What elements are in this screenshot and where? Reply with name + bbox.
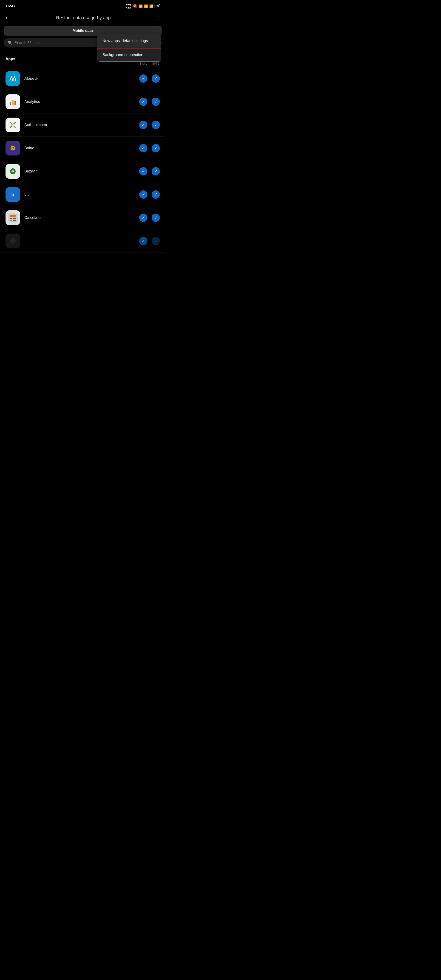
svg-rect-0 bbox=[8, 74, 18, 83]
svg-point-28 bbox=[10, 238, 16, 244]
app-icon-authenticator bbox=[5, 118, 20, 132]
balad-sim2-check[interactable]: ✓ bbox=[151, 144, 160, 152]
calculator-sim2-check[interactable]: ✓ bbox=[151, 213, 160, 222]
blu-sim2-check[interactable]: ✓ bbox=[151, 190, 160, 199]
app-icon-bazaar bbox=[5, 164, 20, 179]
dropdown-item-default-settings[interactable]: New apps' default settings bbox=[97, 34, 161, 48]
dropdown-item-background-connection[interactable]: Background connection bbox=[97, 48, 161, 62]
app-name-balad: Balad bbox=[24, 146, 135, 150]
sim1-label: SIM 1 bbox=[140, 62, 147, 65]
app-row-unknown[interactable]: ✓ ✓ bbox=[0, 229, 166, 253]
balad-sim1-check[interactable]: ✓ bbox=[139, 144, 148, 152]
bazaar-sim2-check[interactable]: ✓ bbox=[151, 167, 160, 175]
sim-checks-blu: ✓ ✓ bbox=[139, 190, 160, 199]
app-row-alopeyk[interactable]: Alopeyk ✓ ✓ bbox=[0, 67, 166, 90]
app-icon-balad bbox=[5, 141, 20, 156]
app-name-calculator: Calculator bbox=[24, 215, 135, 220]
app-icon-alopeyk bbox=[5, 71, 20, 86]
sim-checks-authenticator: ✓ ✓ bbox=[139, 121, 160, 129]
svg-point-1 bbox=[12, 80, 14, 81]
status-bar: 16:47 0.05KB/s 🔕 📶 📶 📶 83 bbox=[0, 0, 166, 11]
svg-text:b: b bbox=[11, 192, 14, 197]
svg-rect-5 bbox=[14, 101, 16, 105]
bazaar-sim1-check[interactable]: ✓ bbox=[139, 167, 148, 175]
sim2-label: SIM 2 bbox=[152, 62, 159, 65]
app-icon-analytics bbox=[5, 94, 20, 109]
app-row-authenticator[interactable]: Authenticator ✓ ✓ bbox=[0, 113, 166, 137]
signal-icon-2: 📶 bbox=[144, 4, 148, 8]
status-time: 16:47 bbox=[5, 4, 15, 8]
app-row-bazaar[interactable]: Bazaar ✓ ✓ bbox=[0, 160, 166, 183]
app-icon-unknown bbox=[5, 234, 20, 248]
top-bar: ← Restrict data usage by app ⋮ bbox=[0, 11, 166, 26]
apps-label: Apps bbox=[5, 57, 15, 61]
sim-checks-bazaar: ✓ ✓ bbox=[139, 167, 160, 175]
svg-rect-19 bbox=[8, 213, 18, 223]
sim-checks-balad: ✓ ✓ bbox=[139, 144, 160, 152]
alopeyk-sim2-check[interactable]: ✓ bbox=[151, 75, 160, 83]
speed-indicator: 0.05KB/s bbox=[126, 3, 132, 9]
app-row-analytics[interactable]: Analytics ✓ ✓ bbox=[0, 90, 166, 113]
sim-checks-alopeyk: ✓ ✓ bbox=[139, 75, 160, 83]
app-name-analytics: Analytics bbox=[24, 99, 135, 104]
alopeyk-sim1-check[interactable]: ✓ bbox=[139, 75, 148, 83]
svg-text:×: × bbox=[10, 218, 11, 220]
blu-sim1-check[interactable]: ✓ bbox=[139, 190, 148, 199]
more-button[interactable]: ⋮ bbox=[155, 15, 161, 21]
back-button[interactable]: ← bbox=[4, 13, 11, 22]
svg-rect-25 bbox=[10, 220, 13, 221]
app-name-blu: blu bbox=[24, 192, 135, 197]
authenticator-sim2-check[interactable]: ✓ bbox=[151, 121, 160, 129]
sim-checks-unknown: ✓ ✓ bbox=[139, 237, 160, 245]
dropdown-menu: New apps' default settings Background co… bbox=[97, 34, 161, 62]
svg-rect-4 bbox=[12, 100, 14, 105]
svg-rect-26 bbox=[13, 220, 16, 221]
status-icons: 0.05KB/s 🔕 📶 📶 📶 83 bbox=[126, 3, 160, 9]
unknown-sim2-check[interactable]: ✓ bbox=[151, 237, 160, 245]
app-name-bazaar: Bazaar bbox=[24, 169, 135, 173]
sim-checks-calculator: ✓ ✓ bbox=[139, 213, 160, 222]
app-icon-blu: b bbox=[5, 187, 20, 202]
wifi-icon: 📶 bbox=[149, 4, 153, 8]
page-title: Restrict data usage by app bbox=[11, 15, 155, 21]
calculator-sim1-check[interactable]: ✓ bbox=[139, 213, 148, 222]
signal-icon-1: 📶 bbox=[139, 4, 143, 8]
svg-point-16 bbox=[12, 170, 14, 171]
analytics-sim1-check[interactable]: ✓ bbox=[139, 98, 148, 106]
silent-icon: 🔕 bbox=[133, 4, 137, 8]
svg-text:=: = bbox=[13, 218, 14, 220]
app-name-alopeyk: Alopeyk bbox=[24, 76, 135, 81]
app-list: Alopeyk ✓ ✓ Analytics ✓ ✓ bbox=[0, 67, 166, 253]
app-row-balad[interactable]: Balad ✓ ✓ bbox=[0, 137, 166, 160]
svg-point-14 bbox=[12, 148, 14, 149]
svg-point-10 bbox=[13, 124, 14, 126]
unknown-sim1-check[interactable]: ✓ bbox=[139, 237, 148, 245]
sim-checks-analytics: ✓ ✓ bbox=[139, 98, 160, 106]
search-icon: 🔍 bbox=[8, 41, 13, 45]
analytics-sim2-check[interactable]: ✓ bbox=[151, 98, 160, 106]
svg-rect-20 bbox=[10, 215, 16, 217]
app-icon-calculator: × = bbox=[5, 210, 20, 225]
battery-icon: 83 bbox=[154, 4, 160, 8]
app-row-blu[interactable]: b blu ✓ ✓ bbox=[0, 183, 166, 206]
app-row-calculator[interactable]: × = Calculator ✓ ✓ bbox=[0, 206, 166, 229]
authenticator-sim1-check[interactable]: ✓ bbox=[139, 121, 148, 129]
search-placeholder: Search 66 apps bbox=[15, 41, 40, 45]
svg-rect-3 bbox=[10, 102, 11, 105]
app-name-authenticator: Authenticator bbox=[24, 123, 135, 127]
